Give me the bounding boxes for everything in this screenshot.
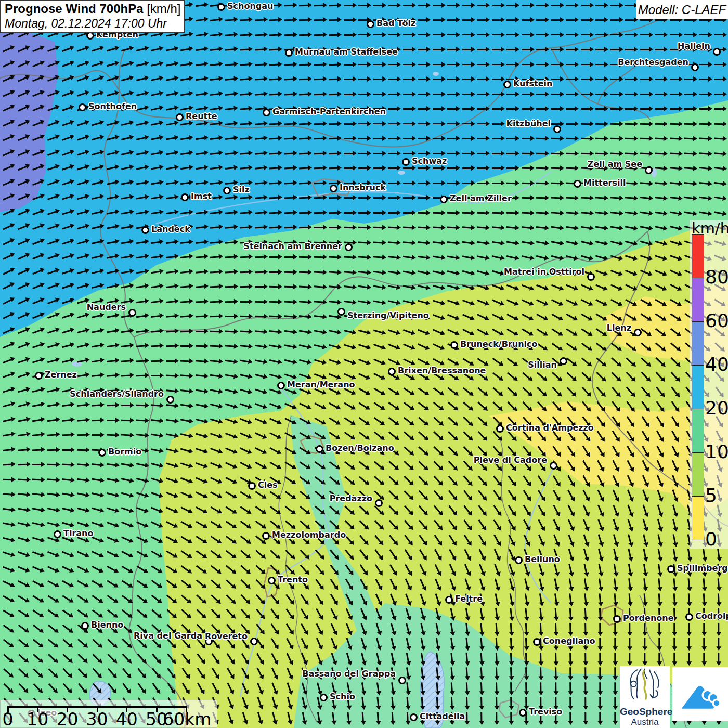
city-marker [337,308,345,316]
city-marker [141,226,149,234]
city-label: Brixen/Bressanone [398,366,486,375]
city-label: Mezzolombardo [272,530,346,540]
city-marker [410,713,418,721]
map-title-datetime: Montag, 02.12.2024 17:00 Uhr [5,16,180,31]
city-label: Bozen/Bolzano [326,443,394,453]
geosphere-contour-logo-icon [621,666,669,704]
city-label: Riva del Garda [134,631,202,641]
city-marker [250,638,258,645]
city-label: Treviso [529,707,562,717]
city-marker [667,565,675,573]
city-label: Pieve di Cadore [474,455,547,465]
city-label: Sillian [528,360,557,370]
city-label: Cittadella [420,711,465,721]
city-label: Feltre [455,594,483,604]
city-marker [285,49,293,57]
city-marker [587,273,595,281]
city-marker [574,180,581,188]
city-label: Berchtesgaden [618,57,688,67]
city-marker [496,425,504,433]
map-scale-bar: 0102030405060km [0,700,217,728]
city-marker [345,243,353,251]
city-label: Cles [258,480,278,490]
city-label: Steinach am Brenner [243,241,342,251]
city-marker [223,187,231,194]
city-label: Pordenone [623,613,674,623]
city-marker [367,20,374,28]
city-label: Schongau [227,1,273,11]
geosphere-logo-text: GeoSphere [620,707,670,717]
city-label: Kufstein [513,79,552,88]
city-label: Hallein [678,41,710,51]
legend-tick-label: 10 [705,443,728,461]
city-label: Tirano [63,528,93,538]
city-label: Trento [278,575,308,584]
city-marker [440,196,448,203]
city-marker [263,109,270,116]
legend-segment-0 [692,496,704,540]
wind-speed-legend: km/h 806040201050 [690,220,728,549]
city-label: Lienz [607,323,631,333]
legend-segment-10 [692,409,704,453]
city-label: Conegliano [543,636,595,646]
city-label: Rovereto [205,631,248,641]
city-marker [645,166,653,174]
city-marker [515,556,523,564]
forecast-map-canvas: SchongauBad TölzKemptenMurnau am Staffel… [0,0,728,728]
legend-tick-label: 80 [705,268,728,287]
city-marker [166,396,174,404]
map-title-product: Prognose Wind 700hPa [5,2,144,16]
city-marker [268,577,276,584]
city-label: Zernez [45,370,77,380]
city-label: Bienno [91,620,123,630]
city-marker [277,382,285,389]
city-marker [248,482,256,490]
city-marker [316,445,323,453]
city-marker [691,63,699,71]
legend-tick-label: 5 [705,486,717,505]
city-label: Bad Tölz [376,18,415,28]
city-label: Bruneck/Brunico [460,339,538,349]
city-label: Bormio [108,447,141,457]
legend-tick-label: 20 [705,399,728,418]
city-label: Meran/Merano [287,380,355,389]
city-label: Bassano del Grappa [302,669,396,679]
city-marker [553,125,561,133]
map-title-box: Prognose Wind 700hPa [km/h] Montag, 02.1… [0,0,185,33]
map-title-unit: [km/h] [144,2,181,16]
city-marker [713,48,721,56]
legend-segment-80 [692,234,704,278]
city-label: Sonthofen [88,101,137,111]
city-marker [330,185,337,192]
legend-tick-label: 60 [705,311,728,330]
city-label: Schlanders/Silandro [70,389,164,399]
scale-tick-label: 60km [163,709,210,728]
geosphere-logo-box: GeoSphere Austria [620,666,670,728]
city-label: Kitzbühel [506,119,551,128]
city-marker [398,677,406,684]
city-marker [450,341,458,349]
city-label: Silz [233,185,250,194]
city-marker [503,81,511,88]
city-marker [54,530,61,538]
city-marker [176,113,184,121]
city-label: Spilimbergo [677,563,728,573]
city-label: Schio [330,692,355,701]
legend-segment-40 [692,321,704,366]
legend-color-bar [692,235,704,540]
city-label: Reutte [186,111,217,121]
city-marker [81,622,89,630]
city-label: Codroipo [695,611,728,621]
city-label: Murnau am Staffelsee [295,47,398,57]
city-marker [550,462,557,470]
city-marker [181,193,189,201]
city-label: Zell am Ziller [450,193,512,203]
partner-logo-box [672,667,728,721]
city-label: Garmisch-Partenkirchen [272,107,386,116]
city-marker [320,694,328,701]
legend-segment-5 [692,452,704,497]
city-label: Sterzing/Vipiteno [347,310,429,320]
city-marker [98,449,106,457]
mountain-cloud-logo-icon [678,672,723,717]
city-marker [685,613,693,621]
